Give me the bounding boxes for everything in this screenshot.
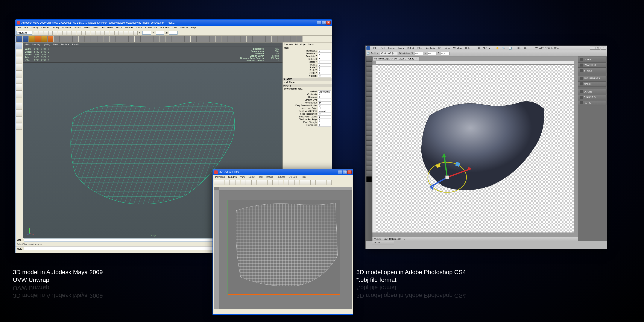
last-tool[interactable] bbox=[16, 91, 22, 98]
ps-tool-button[interactable] bbox=[366, 106, 372, 111]
shelf-button[interactable] bbox=[91, 36, 97, 42]
shelf-button[interactable] bbox=[85, 36, 91, 42]
ps-tool-button[interactable] bbox=[366, 86, 372, 91]
menu-item[interactable]: View bbox=[444, 47, 451, 49]
shelf-button[interactable] bbox=[104, 36, 110, 42]
ps-tool-button[interactable] bbox=[366, 160, 372, 165]
vp-menu-item[interactable]: Panels bbox=[72, 43, 79, 46]
shelf-button[interactable] bbox=[72, 36, 78, 42]
channel-row[interactable]: Rotate Y0 bbox=[283, 61, 332, 64]
menu-item[interactable]: Normals bbox=[124, 26, 135, 30]
cb-object-name[interactable]: rock bbox=[284, 47, 288, 49]
toolbar-button[interactable] bbox=[58, 31, 62, 35]
panel-color[interactable]: COLOR bbox=[578, 57, 606, 62]
menu-item[interactable]: Window bbox=[61, 26, 72, 30]
shelf-button[interactable] bbox=[166, 36, 172, 42]
menu-item[interactable]: View bbox=[239, 175, 246, 180]
close-button[interactable]: × bbox=[347, 170, 352, 174]
uv-tool-button[interactable] bbox=[246, 180, 251, 185]
shelf-button[interactable] bbox=[296, 36, 302, 42]
toolbar-button[interactable] bbox=[86, 31, 90, 35]
uv-tool-button[interactable] bbox=[310, 180, 316, 185]
menu-item[interactable]: Edit Mesh bbox=[101, 26, 114, 30]
shelf-button[interactable] bbox=[41, 36, 47, 42]
ps-canvas[interactable] bbox=[376, 64, 574, 232]
opt-y-input[interactable] bbox=[428, 52, 436, 55]
ps-tool-button[interactable] bbox=[366, 136, 372, 140]
shelf-button[interactable] bbox=[253, 36, 259, 42]
ps-tool-button[interactable] bbox=[366, 156, 372, 160]
maximize-button[interactable]: □ bbox=[342, 170, 347, 174]
uv-tool-button[interactable] bbox=[278, 180, 283, 185]
channel-row[interactable]: Roundness1 bbox=[283, 124, 332, 127]
ps-tool-button[interactable] bbox=[366, 141, 372, 146]
panel-channels[interactable]: CHANNELS bbox=[578, 95, 606, 100]
uv-tool-button[interactable] bbox=[268, 180, 273, 185]
manip-tool[interactable] bbox=[16, 77, 22, 84]
menu-item[interactable]: Image bbox=[265, 175, 274, 180]
menu-item[interactable]: Create UVs bbox=[144, 26, 159, 30]
menu-item[interactable]: Window bbox=[452, 47, 463, 49]
channel-row[interactable]: MethodExponential bbox=[283, 90, 332, 93]
status-zoom[interactable]: 74,32% bbox=[374, 238, 381, 240]
cb-menu-item[interactable]: Show bbox=[308, 43, 314, 46]
shelf-button[interactable] bbox=[278, 36, 284, 42]
channel-row[interactable]: Divisions1 bbox=[283, 96, 332, 99]
channel-row[interactable]: Visibilityon bbox=[283, 75, 332, 78]
toolbar-button[interactable] bbox=[133, 31, 138, 35]
shelf-button[interactable] bbox=[184, 36, 190, 42]
ps-tool-button[interactable] bbox=[366, 116, 372, 121]
shelf-button[interactable] bbox=[78, 36, 84, 42]
panel-swatches[interactable]: SWATCHES bbox=[578, 62, 606, 68]
menu-item[interactable]: Subdivs bbox=[227, 175, 238, 180]
menu-item[interactable]: Edit bbox=[379, 47, 386, 49]
uv-tool-button[interactable] bbox=[326, 180, 332, 185]
shelf-button[interactable] bbox=[66, 36, 72, 42]
channel-row[interactable]: Scale Z1 bbox=[283, 72, 332, 75]
shelf-button[interactable] bbox=[247, 36, 253, 42]
opt-z-input[interactable] bbox=[441, 52, 450, 55]
menu-item[interactable]: CPS bbox=[171, 26, 179, 30]
vp-menu-item[interactable]: Lighting bbox=[42, 43, 50, 46]
uv-tool-button[interactable] bbox=[262, 180, 267, 185]
uv-tool-button[interactable] bbox=[224, 180, 230, 185]
ps-tool-button[interactable] bbox=[366, 121, 372, 126]
ps-tool-button[interactable] bbox=[366, 151, 372, 156]
shelf-button[interactable] bbox=[178, 36, 184, 42]
layout-custom[interactable] bbox=[16, 116, 22, 123]
maximize-button[interactable]: □ bbox=[322, 21, 326, 25]
menu-item[interactable]: UV Sets bbox=[288, 175, 298, 180]
shelf-button[interactable] bbox=[272, 36, 278, 42]
ps-tool-button[interactable] bbox=[366, 82, 372, 86]
layout-four[interactable] bbox=[16, 110, 22, 116]
menu-item[interactable]: Textures bbox=[275, 175, 286, 180]
vp-menu-item[interactable]: Shading bbox=[32, 43, 40, 46]
panel-masks[interactable]: MASKS bbox=[578, 81, 606, 86]
cb-input-name[interactable]: polySmoothFace1 bbox=[284, 88, 302, 90]
cb-shape-name[interactable]: rockShape bbox=[284, 81, 295, 84]
ps-tool-button[interactable] bbox=[366, 166, 372, 170]
toolbar-button[interactable] bbox=[62, 31, 67, 35]
menu-item[interactable]: File bbox=[372, 47, 378, 49]
channel-row[interactable]: Subdivision Levels1 bbox=[283, 116, 332, 118]
ps-tool-button[interactable] bbox=[366, 111, 372, 116]
toolbar-button[interactable] bbox=[72, 31, 76, 35]
channel-row[interactable]: Keep Map BordersInternal bbox=[283, 110, 332, 113]
uv-tool-button[interactable] bbox=[273, 180, 278, 185]
shelf-button[interactable] bbox=[222, 36, 228, 42]
menu-item[interactable]: Modify bbox=[30, 26, 40, 30]
shelf-button[interactable] bbox=[147, 36, 153, 42]
menu-item[interactable]: Display bbox=[50, 26, 60, 30]
uv-titlebar[interactable]: UV Texture Editor _ □ × bbox=[213, 169, 353, 175]
shelf-button[interactable] bbox=[209, 36, 215, 42]
menu-item[interactable]: Filter bbox=[416, 47, 424, 49]
toolbar-button[interactable] bbox=[67, 31, 72, 35]
menu-item[interactable]: Assets bbox=[72, 26, 82, 30]
ps-tool-button[interactable] bbox=[366, 92, 372, 96]
channel-row[interactable]: Translate Z0 bbox=[283, 55, 332, 58]
toolbar-button[interactable] bbox=[53, 31, 57, 35]
layout-single[interactable] bbox=[16, 102, 22, 109]
shelf-button[interactable] bbox=[153, 36, 159, 42]
toolbar-button[interactable] bbox=[44, 31, 48, 35]
close-tab-icon[interactable]: × bbox=[416, 58, 418, 60]
